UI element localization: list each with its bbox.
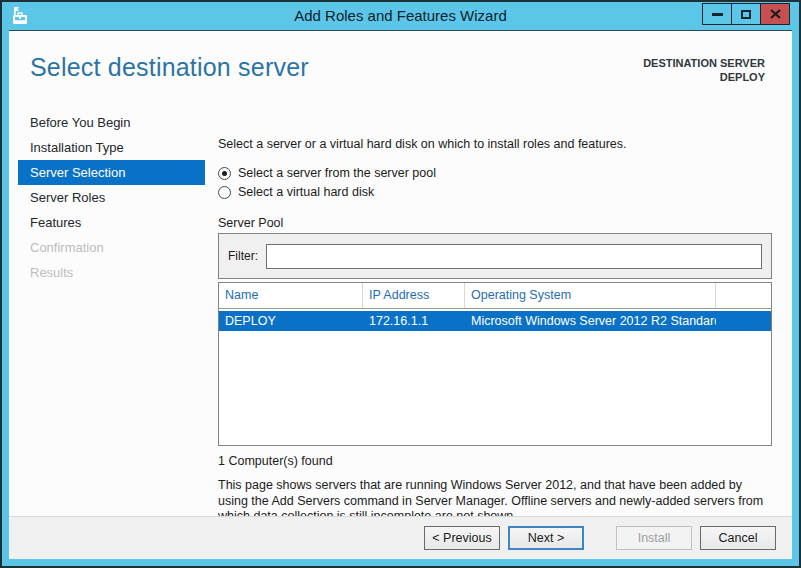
radio-virtual-hard-disk-label: Select a virtual hard disk <box>238 185 374 199</box>
minimize-icon <box>712 13 723 16</box>
filter-box: Filter: <box>218 233 772 279</box>
server-source-radio-group: Select a server from the server pool Sel… <box>218 164 772 201</box>
next-button[interactable]: Next > <box>508 526 584 550</box>
cancel-button[interactable]: Cancel <box>700 526 776 550</box>
column-header-empty <box>716 283 771 308</box>
server-name-cell: DEPLOY <box>219 311 363 331</box>
server-pool-table: Name IP Address Operating System DEPLOY … <box>218 282 772 446</box>
radio-server-pool[interactable]: Select a server from the server pool <box>218 164 772 182</box>
filter-input[interactable] <box>266 244 762 269</box>
radio-server-pool-label: Select a server from the server pool <box>238 166 436 180</box>
minimize-button[interactable] <box>702 3 732 25</box>
table-row[interactable]: DEPLOY 172.16.1.1 Microsoft Windows Serv… <box>219 311 771 331</box>
sidebar-item-before-you-begin[interactable]: Before You Begin <box>18 110 205 135</box>
sidebar-item-confirmation: Confirmation <box>18 235 205 260</box>
table-header-row: Name IP Address Operating System <box>219 283 771 309</box>
wizard-steps-sidebar: Before You Begin Installation Type Serve… <box>9 110 218 285</box>
window-title: Add Roles and Features Wizard <box>2 2 799 30</box>
sidebar-item-results: Results <box>18 260 205 285</box>
install-button: Install <box>616 526 692 550</box>
server-ip-cell: 172.16.1.1 <box>363 311 465 331</box>
computer-count-text: 1 Computer(s) found <box>218 454 772 468</box>
sidebar-item-installation-type[interactable]: Installation Type <box>18 135 205 160</box>
intro-text: Select a server or a virtual hard disk o… <box>218 137 772 151</box>
maximize-icon <box>741 10 751 19</box>
radio-virtual-hard-disk[interactable]: Select a virtual hard disk <box>218 183 772 201</box>
server-empty-cell <box>716 311 771 331</box>
previous-button[interactable]: < Previous <box>424 526 500 550</box>
maximize-button[interactable] <box>731 3 761 25</box>
wizard-content: Select destination server DESTINATION SE… <box>9 30 792 559</box>
caption-buttons <box>703 3 790 25</box>
column-header-operating-system[interactable]: Operating System <box>465 283 716 308</box>
radio-selected-icon[interactable] <box>218 167 231 180</box>
column-header-name[interactable]: Name <box>219 283 363 308</box>
destination-server-context: DESTINATION SERVER DEPLOY <box>643 56 765 84</box>
sidebar-item-server-roles[interactable]: Server Roles <box>18 185 205 210</box>
column-header-ip-address[interactable]: IP Address <box>363 283 465 308</box>
server-os-cell: Microsoft Windows Server 2012 R2 Standar… <box>465 311 716 331</box>
titlebar[interactable]: Add Roles and Features Wizard <box>2 2 799 30</box>
close-icon <box>770 9 781 19</box>
destination-server-label: DESTINATION SERVER <box>643 56 765 70</box>
destination-server-value: DEPLOY <box>643 70 765 84</box>
server-pool-label: Server Pool <box>218 216 772 230</box>
footer-button-bar: < Previous Next > Install Cancel <box>9 516 792 559</box>
filter-label: Filter: <box>228 249 258 263</box>
sidebar-item-server-selection[interactable]: Server Selection <box>18 160 205 185</box>
page-title: Select destination server <box>30 53 309 82</box>
close-button[interactable] <box>760 3 790 25</box>
main-pane: Select a server or a virtual hard disk o… <box>218 137 772 525</box>
wizard-window: Add Roles and Features Wizard Select des… <box>0 0 801 568</box>
radio-unselected-icon[interactable] <box>218 186 231 199</box>
sidebar-item-features[interactable]: Features <box>18 210 205 235</box>
